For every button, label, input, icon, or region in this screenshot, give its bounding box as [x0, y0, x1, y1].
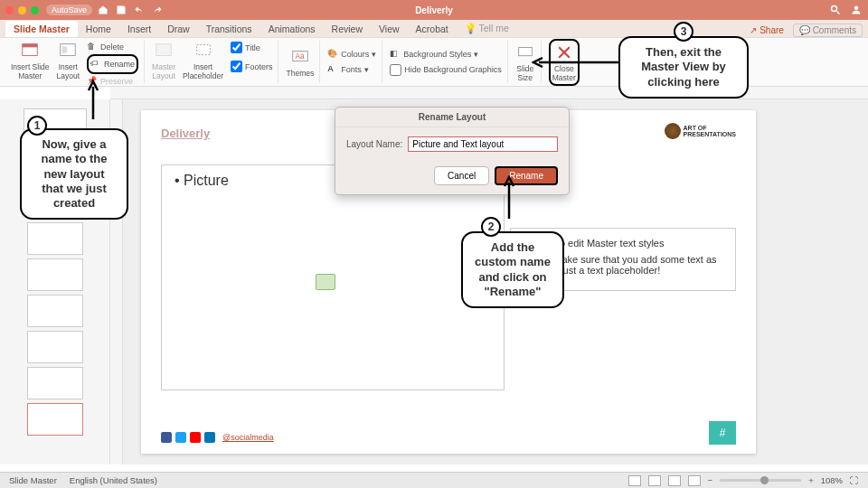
themes-button[interactable]: Aa Themes [286, 47, 314, 78]
brand-title: Deliverly [161, 127, 210, 140]
layout-name-label: Layout Name: [346, 139, 402, 149]
save-icon[interactable] [116, 5, 127, 15]
arrow-2 [503, 175, 515, 219]
tell-me[interactable]: 💡 Tell me [457, 20, 517, 37]
tab-animations[interactable]: Animations [260, 21, 324, 37]
share-button[interactable]: ↗ Share [744, 23, 788, 37]
search-icon[interactable] [830, 5, 841, 15]
horizontal-ruler [110, 87, 868, 99]
logo: ART OF PRESENTATIONS [665, 123, 736, 139]
rename-layout-dialog: Rename Layout Layout Name: Cancel Rename [335, 107, 570, 195]
tab-view[interactable]: View [371, 21, 408, 37]
delete-button[interactable]: 🗑Delete [87, 41, 138, 53]
layout-thumbnail[interactable] [27, 258, 83, 291]
picture-icon [316, 274, 335, 290]
window-controls[interactable] [5, 6, 39, 14]
hide-bg-checkbox[interactable]: Hide Background Graphics [390, 63, 502, 77]
dialog-title: Rename Layout [335, 108, 569, 127]
insert-placeholder-button[interactable]: Insert Placeholder [183, 41, 223, 80]
arrow-1 [87, 80, 99, 119]
redo-icon[interactable] [152, 5, 163, 15]
page-number-placeholder: # [709, 421, 736, 445]
callout-3: Then, exit the Master View by clicking h… [618, 36, 749, 99]
maximize-window-icon[interactable] [31, 6, 39, 14]
reading-view-button[interactable] [668, 475, 681, 486]
home-icon[interactable] [98, 5, 108, 15]
callout-2: Add the custom name and click on "Rename… [461, 231, 564, 308]
callout-1: Now, give a name to the new layout that … [20, 128, 128, 220]
tab-transitions[interactable]: Transitions [198, 21, 260, 37]
svg-point-0 [832, 6, 837, 12]
title-checkbox[interactable]: Title [231, 41, 273, 54]
normal-view-button[interactable] [628, 475, 641, 486]
rename-button[interactable]: 🏷Rename [90, 58, 135, 70]
title-bar: AutoSave Deliverly [0, 0, 868, 20]
layout-thumbnail[interactable] [27, 222, 83, 255]
master-layout-icon [154, 41, 174, 61]
slide-master-icon [20, 41, 40, 61]
tab-draw[interactable]: Draw [159, 21, 198, 37]
step-badge-3: 3 [674, 22, 693, 42]
rename-icon: 🏷 [90, 59, 101, 70]
fonts-dropdown[interactable]: AFonts ▾ [327, 63, 376, 76]
account-icon[interactable] [850, 5, 863, 15]
autosave-toggle[interactable]: AutoSave [46, 5, 92, 15]
picture-placeholder[interactable]: • Picture [161, 164, 505, 390]
zoom-slider[interactable] [720, 479, 801, 482]
footers-checkbox[interactable]: Footers [231, 60, 273, 73]
zoom-out-button[interactable]: − [708, 475, 713, 485]
layout-thumbnail-selected[interactable] [27, 403, 83, 436]
svg-point-1 [854, 6, 859, 11]
zoom-level[interactable]: 108% [821, 475, 843, 485]
layout-name-input[interactable] [408, 136, 558, 152]
tab-slide-master[interactable]: Slide Master [5, 21, 78, 37]
status-bar: Slide Master English (United States) − +… [0, 472, 868, 488]
quick-access-toolbar [98, 5, 163, 15]
social-handle: @socialmedia [222, 433, 274, 442]
youtube-icon [190, 432, 201, 443]
step-badge-1: 1 [27, 116, 47, 136]
linkedin-icon [204, 432, 215, 443]
themes-icon: Aa [290, 47, 310, 67]
layout-thumbnail[interactable] [27, 367, 83, 399]
slideshow-view-button[interactable] [688, 475, 701, 486]
step-badge-2: 2 [481, 217, 501, 237]
fonts-icon: A [327, 64, 338, 75]
insert-layout-button[interactable]: Insert Layout [57, 41, 80, 80]
delete-icon: 🗑 [87, 42, 98, 52]
twitter-icon [175, 432, 186, 443]
tab-acrobat[interactable]: Acrobat [408, 21, 457, 37]
master-layout-button[interactable]: Master Layout [152, 41, 175, 80]
layout-thumbnail[interactable] [27, 295, 83, 327]
facebook-icon [161, 432, 172, 443]
svg-rect-5 [62, 46, 68, 52]
cancel-button[interactable]: Cancel [434, 166, 489, 185]
layout-icon [58, 41, 78, 61]
tab-home[interactable]: Home [78, 21, 119, 37]
colours-icon: 🎨 [327, 49, 338, 60]
svg-text:Aa: Aa [295, 52, 305, 60]
tab-insert[interactable]: Insert [119, 21, 159, 37]
background-styles-dropdown[interactable]: ◧Background Styles ▾ [390, 48, 502, 61]
insert-slide-master-button[interactable]: Insert Slide Master [11, 41, 50, 80]
comments-button[interactable]: 💬 Comments [793, 23, 863, 37]
colours-dropdown[interactable]: 🎨Colours ▾ [327, 48, 376, 61]
layout-thumbnail[interactable] [27, 331, 83, 363]
social-footer: @socialmedia [161, 432, 274, 443]
tab-review[interactable]: Review [324, 21, 371, 37]
svg-rect-3 [23, 44, 38, 48]
undo-icon[interactable] [134, 5, 145, 15]
svg-rect-7 [196, 45, 210, 55]
status-language[interactable]: English (United States) [70, 475, 157, 485]
status-mode: Slide Master [9, 475, 57, 485]
zoom-in-button[interactable]: + [808, 475, 814, 485]
bg-styles-icon: ◧ [390, 49, 401, 60]
minimize-window-icon[interactable] [18, 6, 26, 14]
svg-rect-10 [518, 47, 532, 55]
arrow-3 [532, 56, 618, 69]
fit-to-window-button[interactable]: ⛶ [850, 475, 859, 485]
close-window-icon[interactable] [5, 6, 14, 14]
document-title: Deliverly [415, 5, 453, 15]
ribbon-tabs: Slide Master Home Insert Draw Transition… [0, 20, 868, 38]
sorter-view-button[interactable] [648, 475, 661, 486]
